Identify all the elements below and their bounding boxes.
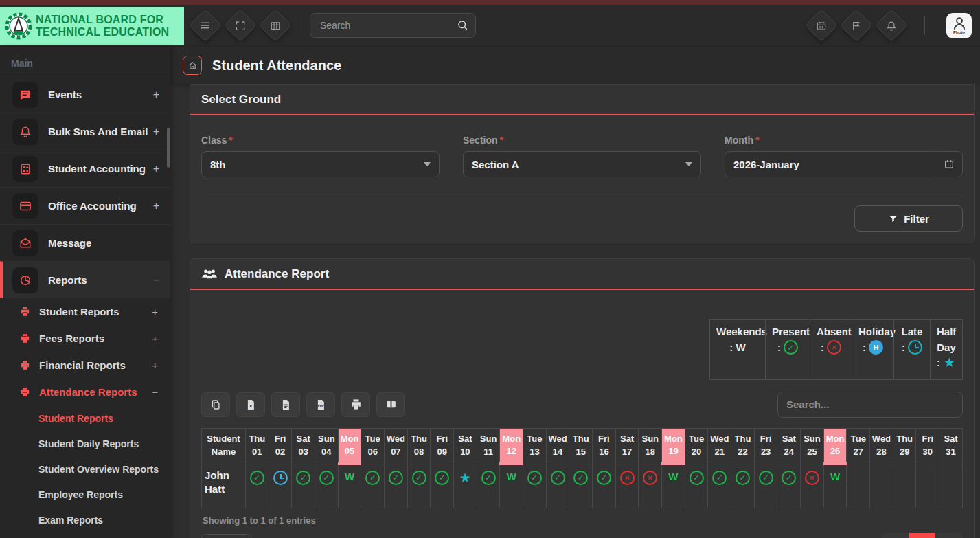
- day-column-header[interactable]: Thu 08: [407, 428, 431, 464]
- day-column-header[interactable]: Thu 22: [731, 428, 755, 464]
- day-column-header[interactable]: Sun 25: [801, 428, 824, 464]
- sidebar-item-reports[interactable]: Reports −: [0, 261, 170, 298]
- sidebar-item-label: Events: [48, 89, 82, 100]
- attendance-mark-cell: [315, 464, 339, 508]
- sidebar-subitem-student-reports[interactable]: Student Reports +: [0, 298, 170, 325]
- day-date: 04: [315, 446, 338, 459]
- file-lines-icon: [280, 399, 292, 411]
- sidebar-scrollbar[interactable]: [167, 128, 170, 168]
- notifications-button[interactable]: [875, 9, 908, 42]
- day-column-header[interactable]: Mon 26: [823, 428, 847, 464]
- brand-logo[interactable]: NATIONAL BOARD FOR TECHNICAL EDUCATION: [0, 7, 184, 45]
- day-column-header[interactable]: Mon 05: [338, 428, 361, 464]
- student-name-column-header[interactable]: Student Name: [202, 428, 246, 464]
- sidebar-item-bulk-sms-and-email[interactable]: Bulk Sms And Email +: [0, 113, 170, 150]
- attendance-mark-cell: [731, 464, 755, 508]
- search-icon[interactable]: [456, 19, 469, 32]
- calendar-button[interactable]: [805, 9, 838, 42]
- sidebar-item-student-accounting[interactable]: Student Accounting +: [0, 150, 170, 187]
- day-column-header[interactable]: Tue 06: [361, 428, 385, 464]
- day-column-header[interactable]: Thu 29: [893, 428, 916, 464]
- day-column-header[interactable]: Thu 15: [569, 428, 593, 464]
- day-column-header[interactable]: Mon 19: [662, 428, 685, 464]
- sidebar-subitem-financial-reports[interactable]: Financial Reports +: [0, 352, 170, 379]
- next-page-button[interactable]: [935, 533, 963, 538]
- attendance-table-header-row: Student Name Thu 01: [202, 428, 963, 464]
- card-title: Attendance Report: [225, 267, 329, 281]
- attendance-mark-icon: [597, 471, 611, 485]
- export-pdf-button[interactable]: PDF: [306, 392, 335, 417]
- sidebar-leaf-student-daily-reports[interactable]: Student Daily Reports: [0, 431, 170, 456]
- day-column-header[interactable]: Sun 04: [315, 428, 339, 464]
- calculator-icon: [12, 156, 38, 182]
- day-column-header[interactable]: Sun 11: [477, 428, 500, 464]
- day-column-header[interactable]: Sat 03: [292, 428, 315, 464]
- page-number-button[interactable]: 1: [909, 533, 935, 538]
- day-column-header[interactable]: Wed 28: [870, 428, 893, 464]
- day-column-header[interactable]: Fri 02: [269, 428, 292, 464]
- day-column-header[interactable]: Sat 10: [454, 428, 477, 464]
- sidebar-leaf-employee-reports[interactable]: Employee Reports: [0, 482, 170, 507]
- sidebar-subitem-fees-reports[interactable]: Fees Reports +: [0, 325, 170, 352]
- export-excel-button[interactable]: x: [236, 392, 265, 417]
- menu-toggle-button[interactable]: [189, 9, 222, 42]
- half-day-icon: [943, 356, 956, 370]
- sidebar-leaf-student-reports[interactable]: Student Reports: [0, 405, 170, 431]
- sidebar-section-label: Main: [0, 47, 170, 76]
- table-search-input[interactable]: [777, 392, 963, 418]
- class-select[interactable]: 8th: [201, 151, 440, 177]
- global-search-input[interactable]: [310, 13, 476, 38]
- day-column-header[interactable]: Wed 07: [385, 428, 408, 464]
- sidebar-item-message[interactable]: Message: [0, 224, 170, 261]
- copy-button[interactable]: [201, 392, 230, 417]
- day-date: 06: [361, 446, 384, 459]
- day-column-header[interactable]: Tue 27: [847, 428, 870, 464]
- month-picker[interactable]: 2026-January: [725, 151, 963, 177]
- previous-page-button[interactable]: [882, 533, 909, 538]
- day-column-header[interactable]: Sat 31: [939, 428, 963, 464]
- fullscreen-button[interactable]: [224, 9, 257, 42]
- day-column-header[interactable]: Sat 24: [777, 428, 801, 464]
- sidebar-subitem-attendance-reports[interactable]: Attendance Reports −: [0, 379, 170, 405]
- attendance-mark-icon: [782, 471, 796, 485]
- grid-menu-button[interactable]: [259, 9, 292, 42]
- attendance-mark-cell: [893, 464, 916, 508]
- attendance-mark-icon: [435, 471, 449, 485]
- sidebar-item-events[interactable]: Events +: [0, 76, 170, 113]
- attendance-table-row: John Hatt: [202, 464, 963, 508]
- day-column-header[interactable]: Fri 09: [431, 428, 454, 464]
- day-date: 12: [500, 445, 523, 458]
- avatar-caption: Photo: [953, 30, 965, 34]
- day-column-header[interactable]: Fri 30: [916, 428, 939, 464]
- user-avatar[interactable]: Photo: [946, 13, 972, 38]
- attendance-mark-cell: [569, 464, 593, 508]
- day-column-header[interactable]: Sat 17: [615, 428, 639, 464]
- day-column-header[interactable]: Fri 16: [593, 428, 616, 464]
- sidebar-leaf-student-overview-reports[interactable]: Student Overview Reports: [0, 456, 170, 482]
- day-of-week: Tue: [361, 433, 384, 446]
- day-column-header[interactable]: Tue 13: [523, 428, 547, 464]
- day-column-header[interactable]: Tue 20: [685, 428, 708, 464]
- column-visibility-button[interactable]: [376, 392, 405, 417]
- day-column-header[interactable]: Fri 23: [754, 428, 777, 464]
- sidebar-item-office-accounting[interactable]: Office Accounting +: [0, 187, 170, 224]
- day-date: 05: [339, 445, 361, 458]
- print-button[interactable]: [341, 392, 370, 417]
- day-column-header[interactable]: Wed 21: [708, 428, 731, 464]
- calendar-icon: [816, 20, 828, 32]
- printer-icon: [19, 306, 31, 317]
- day-column-header[interactable]: Sun 18: [639, 428, 662, 464]
- sidebar-leaf-label: Student Overview Reports: [38, 464, 159, 475]
- day-column-header[interactable]: Mon 12: [500, 428, 523, 464]
- section-select[interactable]: Section A: [463, 151, 701, 177]
- filter-button[interactable]: Filter: [854, 205, 963, 232]
- day-column-header[interactable]: Wed 14: [546, 428, 569, 464]
- sidebar-leaf-exam-reports[interactable]: Exam Reports: [0, 507, 170, 533]
- rows-per-page-select[interactable]: 25: [201, 534, 252, 538]
- calendar-icon[interactable]: [935, 152, 962, 177]
- day-column-header[interactable]: Thu 01: [246, 428, 269, 464]
- export-csv-button[interactable]: [271, 392, 300, 417]
- home-button[interactable]: [183, 56, 202, 75]
- flag-button[interactable]: [840, 9, 873, 42]
- attendance-mark-icon: [851, 471, 865, 485]
